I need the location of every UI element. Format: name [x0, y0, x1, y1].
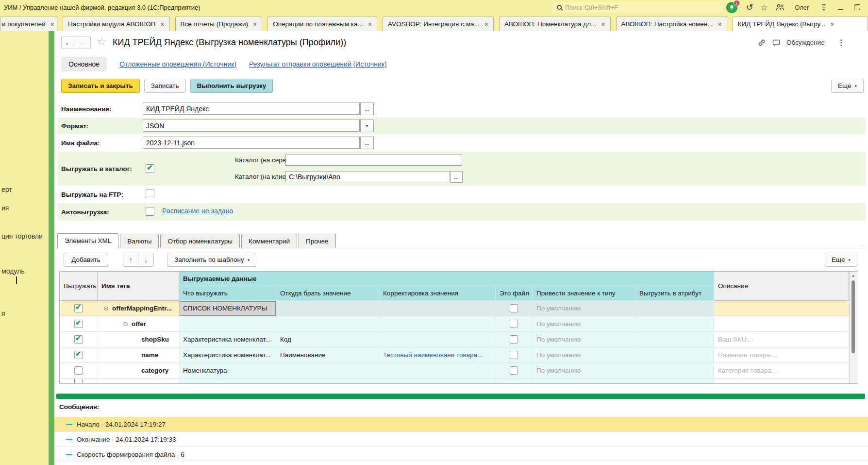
tab-xml-elements[interactable]: Элементы XML	[57, 233, 118, 248]
scrollbar-thumb[interactable]	[851, 280, 855, 353]
main-menu-button[interactable]: ≡ ▾	[818, 0, 830, 15]
favorite-star-icon[interactable]: ☆	[97, 36, 106, 48]
attribute-cell[interactable]	[635, 332, 714, 347]
tab-kid-trade-yandex[interactable]: КИД ТРЕЙД Яндекс (Выгру...×	[733, 17, 868, 31]
col-header-correction[interactable]: Корректировка значения	[379, 286, 496, 301]
tab-currencies[interactable]: Валюты	[120, 234, 159, 248]
table-more-button[interactable]: Еще▾	[825, 253, 857, 267]
sidebar-item[interactable]: ерт	[1, 186, 12, 193]
export-to-catalog-checkbox[interactable]: ✔	[146, 164, 154, 173]
what-cell[interactable]: Характеристика номенклат...	[179, 332, 276, 347]
correction-cell[interactable]	[379, 332, 496, 347]
close-icon[interactable]: ×	[160, 21, 164, 28]
what-cell[interactable]	[179, 316, 276, 332]
close-icon[interactable]: ×	[830, 21, 834, 28]
close-icon[interactable]: ×	[484, 21, 488, 28]
nav-link-send-result[interactable]: Результат отправки оповещений (Источник)	[249, 60, 387, 68]
col-header-cast[interactable]: Привести значение к типу	[533, 286, 635, 301]
sidebar-item[interactable]: модуль	[1, 267, 24, 275]
global-search-input[interactable]: Поиск Ctrl+Shift+F	[552, 2, 723, 13]
schedule-link[interactable]: Расписание не задано	[162, 207, 233, 215]
table-row[interactable]: ✔ shopSku Характеристика номенклат... Ко…	[60, 332, 849, 347]
description-cell[interactable]: Ваш SKU....	[714, 332, 849, 347]
client-catalog-ellipsis-button[interactable]: ...	[450, 171, 463, 183]
sidebar-item[interactable]: ия	[1, 204, 9, 212]
message-row[interactable]: Скорость формирования файла - 6	[54, 447, 868, 462]
move-up-button[interactable]: ↑	[123, 253, 139, 267]
current-user-button[interactable]: Олег	[790, 0, 814, 15]
correction-cell[interactable]	[379, 316, 496, 332]
table-row[interactable]: ✔ category Номенклатура По умолчанию Кат…	[60, 363, 849, 379]
row-export-checkbox[interactable]	[74, 379, 83, 384]
close-icon[interactable]: ×	[601, 21, 605, 28]
tab-all-reports[interactable]: Все отчеты (Продажи)×	[175, 17, 263, 31]
filename-input[interactable]	[143, 137, 360, 149]
execute-export-button[interactable]: Выполнить выгрузку	[190, 79, 273, 93]
forward-button[interactable]: →	[76, 36, 91, 49]
tab-avoshop-integration[interactable]: AVOSHOP: Интеграция с ма...×	[383, 17, 494, 31]
correction-cell[interactable]: Тестовый наименовани товара...	[379, 347, 496, 363]
cast-cell[interactable]: По умолчанию	[533, 301, 635, 316]
is-file-checkbox[interactable]	[510, 366, 518, 375]
autoexport-checkbox[interactable]: ✔	[146, 207, 154, 216]
tab-nomenclature-filter[interactable]: Отбор номенклатуры	[160, 234, 240, 248]
row-export-checkbox[interactable]: ✔	[74, 335, 83, 344]
close-icon[interactable]: ×	[368, 21, 372, 28]
cast-cell[interactable]: По умолчанию	[533, 316, 635, 332]
attribute-cell[interactable]	[635, 347, 714, 363]
collapse-icon[interactable]: ⊖	[123, 320, 128, 327]
what-cell[interactable]: Номенклатура	[179, 363, 276, 379]
is-file-checkbox[interactable]	[510, 304, 518, 312]
what-cell[interactable]: Характеристика номенклат...	[179, 347, 276, 363]
ftp-checkbox[interactable]: ✔	[146, 189, 154, 198]
name-input[interactable]	[143, 103, 360, 115]
message-row[interactable]: Окончание - 24.01.2024 17:19:33	[54, 432, 868, 447]
cast-cell[interactable]: По умолчанию	[533, 332, 635, 347]
is-file-checkbox[interactable]	[510, 335, 518, 344]
link-icon[interactable]	[757, 38, 766, 47]
table-row-clipped[interactable]	[60, 379, 849, 384]
cast-cell[interactable]: По умолчанию	[533, 363, 635, 379]
favorites-button[interactable]: ☆	[758, 0, 770, 15]
discussion-icon[interactable]	[772, 38, 781, 47]
history-button[interactable]: ↺	[744, 0, 755, 15]
col-header-tag[interactable]: Имя тега	[98, 272, 179, 301]
is-file-checkbox[interactable]	[510, 320, 518, 328]
save-button[interactable]: Записать	[144, 79, 186, 93]
col-header-isfile[interactable]: Это файл	[496, 286, 533, 301]
tab-payment-operations[interactable]: Операции по платежным ка...×	[267, 17, 377, 31]
discussion-label[interactable]: Обсуждение	[786, 39, 825, 46]
close-icon[interactable]: ×	[253, 21, 257, 28]
users-button[interactable]	[774, 0, 786, 15]
notifications-button[interactable]: 1	[725, 0, 738, 15]
tab-other[interactable]: Прочее	[299, 234, 335, 248]
attribute-cell[interactable]	[635, 363, 714, 379]
col-header-export[interactable]: Выгружать	[60, 272, 98, 301]
attribute-cell[interactable]	[635, 301, 714, 316]
add-button[interactable]: Добавить	[64, 253, 108, 267]
col-header-what[interactable]: Что выгружать	[179, 286, 276, 301]
tab-customers[interactable]: и покупателей×	[0, 17, 57, 31]
source-cell[interactable]: Код	[276, 332, 379, 347]
row-export-checkbox[interactable]: ✔	[74, 366, 83, 375]
message-row[interactable]: Начало - 24.01.2024 17:19:27	[54, 417, 868, 432]
tab-avoshop-nomen-setup[interactable]: АВОШОП: Настройка номен...×	[616, 17, 727, 31]
source-cell[interactable]	[276, 363, 379, 379]
row-export-checkbox[interactable]: ✔	[74, 320, 83, 328]
back-button[interactable]: ←	[61, 36, 76, 49]
tab-avoshop-nomenclature[interactable]: АВОШОП: Номенклатура дл...×	[499, 17, 611, 31]
close-icon[interactable]: ×	[50, 21, 54, 28]
scroll-up-icon[interactable]: ▲	[850, 272, 857, 279]
table-scrollbar[interactable]: ▲	[849, 272, 857, 383]
description-cell[interactable]: Название товара....	[714, 347, 849, 363]
server-catalog-input[interactable]	[285, 155, 462, 166]
collapse-icon[interactable]: ⊖	[103, 305, 109, 312]
move-down-button[interactable]: ↓	[138, 253, 154, 267]
sidebar-item[interactable]: я	[1, 310, 5, 317]
restore-button[interactable]	[851, 0, 863, 15]
filename-ellipsis-button[interactable]: ...	[360, 137, 374, 149]
description-cell[interactable]: Категория товара....	[714, 363, 849, 379]
kebab-menu-icon[interactable]: ⋮	[837, 38, 845, 47]
col-header-source[interactable]: Откуда брать значение	[276, 286, 379, 301]
col-header-description[interactable]: Описание	[714, 272, 849, 301]
